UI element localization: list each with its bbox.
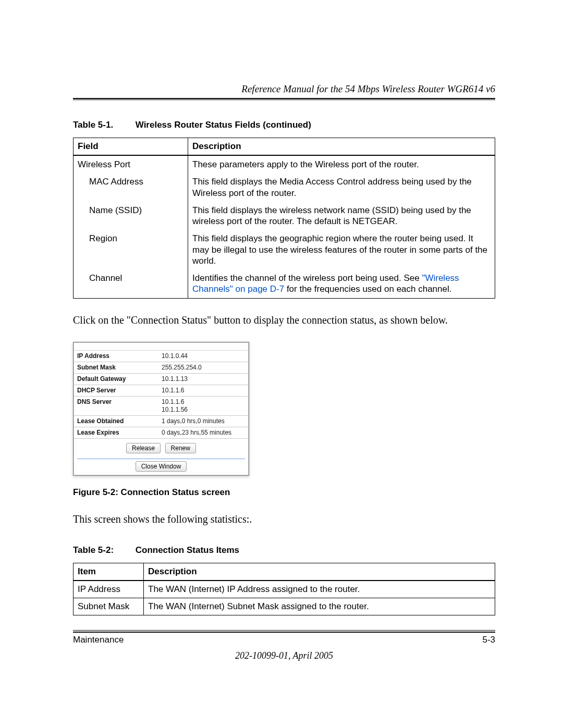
table-row: Subnet Mask The WAN (Internet) Subnet Ma… <box>74 598 495 615</box>
table1-caption: Table 5-1. Wireless Router Status Fields… <box>73 120 495 130</box>
conn-value: 10.1.1.6 <box>158 385 248 396</box>
table1-field: MAC Address <box>78 176 143 187</box>
table2-desc: The WAN (Internet) IP Address assigned t… <box>144 581 495 598</box>
table2-number: Table 5-2: <box>73 545 133 556</box>
conn-row: Lease Expires 0 days,23 hrs,55 minutes <box>74 427 248 439</box>
table-row: Region This field displays the geographi… <box>74 230 495 269</box>
footer-section: Maintenance <box>73 635 124 645</box>
conn-value: 10.1.1.6 10.1.1.56 <box>158 397 248 415</box>
panel-divider <box>77 459 245 459</box>
conn-value: 10.1.0.44 <box>158 351 248 362</box>
connection-status-panel: IP Address 10.1.0.44 Subnet Mask 255.255… <box>73 342 249 476</box>
table-row: MAC Address This field displays the Medi… <box>74 173 495 202</box>
footer-page-num: 5-3 <box>482 635 495 645</box>
conn-row: DHCP Server 10.1.1.6 <box>74 385 248 397</box>
conn-value: 10.1.1.13 <box>158 374 248 385</box>
table2-caption: Table 5-2: Connection Status Items <box>73 545 495 556</box>
table1-desc-post: for the frequencies used on each channel… <box>284 284 451 294</box>
table1-field: Channel <box>78 273 122 283</box>
conn-row: DNS Server 10.1.1.6 10.1.1.56 <box>74 397 248 416</box>
conn-button-row: Release Renew <box>74 439 248 456</box>
conn-label: DHCP Server <box>74 385 158 396</box>
table-row: Name (SSID) This field displays the wire… <box>74 202 495 230</box>
close-window-link[interactable]: Close Window <box>136 461 187 472</box>
table1-head-desc: Description <box>188 138 495 156</box>
table2-item: Subnet Mask <box>74 598 144 615</box>
table2-desc: The WAN (Internet) Subnet Mask assigned … <box>144 598 495 615</box>
conn-value: 1 days,0 hrs,0 minutes <box>158 416 248 427</box>
conn-row: Default Gateway 10.1.1.13 <box>74 374 248 385</box>
table2-head-desc: Description <box>144 563 495 581</box>
header-rule-thin <box>73 100 495 100</box>
table-row: Channel Identifies the channel of the wi… <box>74 269 495 298</box>
table1-desc: This field displays the Media Access Con… <box>188 173 495 202</box>
figure-caption: Figure 5-2: Connection Status screen <box>73 487 495 498</box>
table1-head-field: Field <box>74 138 188 156</box>
table1-field: Region <box>78 233 117 244</box>
conn-row: Subnet Mask 255.255.254.0 <box>74 362 248 374</box>
renew-button[interactable]: Renew <box>165 443 196 453</box>
table1-desc: These parameters apply to the Wireless p… <box>188 155 495 173</box>
paragraph-2: This screen shows the following statisti… <box>73 513 495 525</box>
conn-row: IP Address 10.1.0.44 <box>74 351 248 362</box>
table2-head-item: Item <box>74 563 144 581</box>
table2-item: IP Address <box>74 581 144 598</box>
table1-field: Name (SSID) <box>78 205 142 216</box>
table1: Field Description Wireless Port These pa… <box>73 138 495 299</box>
footer-rule-thin <box>73 630 495 631</box>
table2-title: Connection Status Items <box>136 545 239 555</box>
table1-desc: Identifies the channel of the wireless p… <box>188 269 495 298</box>
table2: Item Description IP Address The WAN (Int… <box>73 563 495 615</box>
table-row: IP Address The WAN (Internet) IP Address… <box>74 581 495 598</box>
conn-label: IP Address <box>74 351 158 362</box>
conn-label: Lease Obtained <box>74 416 158 427</box>
conn-label: Lease Expires <box>74 427 158 438</box>
footer-doc-id: 202-10099-01, April 2005 <box>73 650 495 661</box>
panel-top-strip <box>74 343 248 351</box>
table1-desc: This field displays the geographic regio… <box>188 230 495 269</box>
conn-label: Default Gateway <box>74 374 158 385</box>
table-row: Wireless Port These parameters apply to … <box>74 155 495 173</box>
page-header-title: Reference Manual for the 54 Mbps Wireles… <box>73 83 495 97</box>
table1-field: Wireless Port <box>78 159 130 169</box>
conn-row: Lease Obtained 1 days,0 hrs,0 minutes <box>74 416 248 427</box>
conn-value: 255.255.254.0 <box>158 362 248 373</box>
table1-title: Wireless Router Status Fields (continued… <box>136 120 311 130</box>
paragraph-1: Click on the "Connection Status" button … <box>73 314 495 326</box>
conn-value: 0 days,23 hrs,55 minutes <box>158 427 248 438</box>
table1-desc: This field displays the wireless network… <box>188 202 495 230</box>
header-rule-thick <box>73 98 495 99</box>
conn-label: DNS Server <box>74 397 158 415</box>
table1-number: Table 5-1. <box>73 120 133 130</box>
table1-desc-pre: Identifies the channel of the wireless p… <box>192 273 422 283</box>
conn-label: Subnet Mask <box>74 362 158 373</box>
release-button[interactable]: Release <box>126 443 161 453</box>
